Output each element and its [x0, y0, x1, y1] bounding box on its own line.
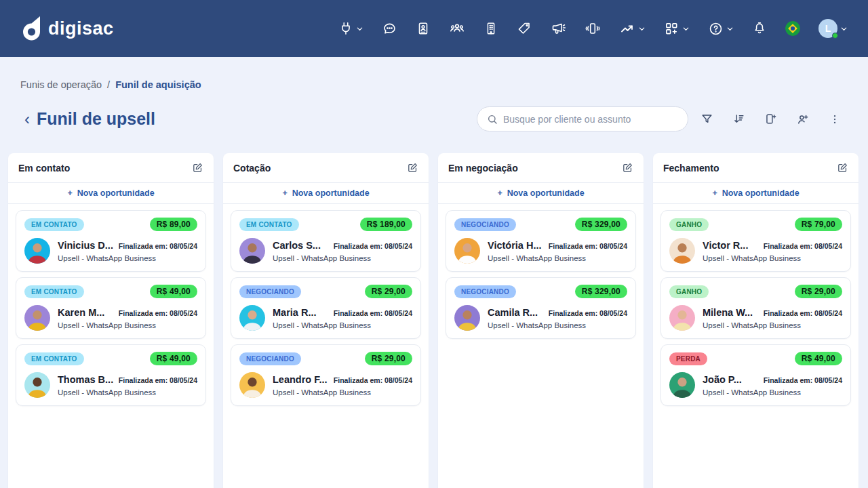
- breadcrumb-separator: /: [107, 79, 110, 90]
- opportunity-card[interactable]: EM CONTATO R$ 49,00 Karen M... Finalizad…: [16, 277, 206, 339]
- chevron-down-icon: [840, 25, 848, 33]
- breadcrumb: Funis de operação / Funil de aquisição: [0, 57, 868, 90]
- breadcrumb-current[interactable]: Funil de aquisição: [115, 79, 201, 90]
- column-header: Cotação: [223, 153, 429, 183]
- card-body: Camila R... Finalizada em: 08/05/24 Upse…: [454, 305, 627, 331]
- opportunity-card[interactable]: EM CONTATO R$ 49,00 Thomas B... Finaliza…: [16, 344, 206, 406]
- card-body: Carlos S... Finalizada em: 08/05/24 Upse…: [239, 238, 412, 264]
- new-opportunity-button[interactable]: + Nova oportunidade: [653, 183, 859, 204]
- avatar: [669, 372, 695, 398]
- avatar: [24, 372, 50, 398]
- opportunity-card[interactable]: NEGOCIANDO R$ 29,00 Maria R... Finalizad…: [231, 277, 421, 339]
- opportunity-card[interactable]: GANHO R$ 29,00 Milena W... Finalizada em…: [660, 277, 851, 339]
- avatar-illustration: [24, 372, 50, 398]
- card-subtitle: Upsell - WhatsApp Business: [58, 254, 197, 262]
- card-info: Leandro F... Finalizada em: 08/05/24 Ups…: [273, 374, 412, 396]
- card-subtitle: Upsell - WhatsApp Business: [703, 254, 842, 262]
- avatar: [454, 305, 480, 331]
- plug-icon[interactable]: [338, 21, 363, 36]
- back-button[interactable]: ‹: [20, 111, 37, 127]
- user-avatar[interactable]: L: [818, 19, 848, 38]
- card-info: Carlos S... Finalizada em: 08/05/24 Upse…: [273, 240, 412, 262]
- contact-card-icon[interactable]: [416, 21, 431, 36]
- card-badges: EM CONTATO R$ 89,00: [24, 218, 197, 231]
- add-column-icon[interactable]: [757, 108, 784, 130]
- column-title: Cotação: [233, 163, 271, 174]
- status-badge: EM CONTATO: [24, 352, 84, 365]
- search-icon: [487, 114, 498, 125]
- search-input[interactable]: [503, 114, 678, 125]
- avatar-illustration: [669, 305, 695, 331]
- breadcrumb-parent[interactable]: Funis de operação: [20, 79, 102, 90]
- price-badge: R$ 49,00: [150, 285, 197, 298]
- chat-icon[interactable]: [382, 21, 397, 37]
- apps-plus-icon[interactable]: [664, 21, 690, 37]
- avatar: [669, 305, 695, 331]
- more-options-icon[interactable]: [821, 108, 848, 130]
- column-title: Em contato: [18, 163, 70, 174]
- card-info: Thomas B... Finalizada em: 08/05/24 Upse…: [58, 374, 197, 396]
- building-icon[interactable]: [484, 21, 498, 36]
- client-name: João P...: [703, 374, 742, 385]
- opportunity-card[interactable]: NEGOCIANDO R$ 29,00 Leandro F... Finaliz…: [231, 344, 421, 406]
- new-opportunity-button[interactable]: + Nova oportunidade: [8, 183, 214, 204]
- card-info: João P... Finalizada em: 08/05/24 Upsell…: [703, 374, 842, 396]
- card-badges: EM CONTATO R$ 49,00: [24, 352, 197, 365]
- trending-up-icon[interactable]: [619, 20, 646, 37]
- finalized-date: Finalizada em: 08/05/24: [549, 309, 627, 317]
- card-info: Victória H... Finalizada em: 08/05/24 Up…: [488, 240, 627, 262]
- opportunity-card[interactable]: PERDA R$ 49,00 João P... Finalizada em: …: [660, 344, 851, 406]
- card-info: Camila R... Finalizada em: 08/05/24 Upse…: [488, 307, 627, 329]
- digisac-logo[interactable]: digisac: [20, 16, 114, 41]
- sort-icon[interactable]: [726, 108, 752, 130]
- filter-icon[interactable]: [694, 108, 720, 130]
- user-avatar-circle: L: [818, 19, 837, 38]
- new-opportunity-button[interactable]: + Nova oportunidade: [438, 183, 644, 204]
- card-body: Victória H... Finalizada em: 08/05/24 Up…: [454, 238, 627, 264]
- add-contact-icon[interactable]: [789, 108, 816, 130]
- opportunity-card[interactable]: NEGOCIANDO R$ 329,00 Camila R... Finaliz…: [446, 277, 636, 339]
- finalized-date: Finalizada em: 08/05/24: [119, 376, 197, 384]
- card-body: Milena W... Finalizada em: 08/05/24 Upse…: [669, 305, 842, 331]
- edit-column-icon[interactable]: [192, 162, 203, 174]
- opportunity-card[interactable]: GANHO R$ 79,00 Victor R... Finalizada em…: [660, 210, 851, 272]
- page-title: Funil de upsell: [37, 109, 155, 129]
- opportunity-card[interactable]: EM CONTATO R$ 189,00 Carlos S... Finaliz…: [231, 210, 421, 272]
- card-badges: NEGOCIANDO R$ 329,00: [454, 285, 627, 298]
- tag-icon[interactable]: [517, 21, 532, 36]
- top-navbar: digisac: [0, 0, 868, 57]
- bell-icon[interactable]: [752, 21, 767, 36]
- card-body: Leandro F... Finalizada em: 08/05/24 Ups…: [239, 372, 412, 398]
- price-badge: R$ 89,00: [150, 218, 197, 231]
- phone-vibrate-icon[interactable]: [585, 20, 601, 37]
- price-badge: R$ 189,00: [360, 218, 412, 231]
- client-name: Camila R...: [488, 307, 538, 318]
- price-badge: R$ 29,00: [365, 285, 412, 298]
- client-name: Thomas B...: [58, 374, 113, 385]
- edit-column-icon[interactable]: [622, 162, 633, 174]
- card-info: Victor R... Finalizada em: 08/05/24 Upse…: [703, 240, 842, 262]
- edit-column-icon[interactable]: [837, 162, 848, 174]
- card-badges: NEGOCIANDO R$ 29,00: [239, 285, 412, 298]
- avatar-illustration: [669, 238, 695, 264]
- help-icon[interactable]: [708, 21, 734, 37]
- finalized-date: Finalizada em: 08/05/24: [334, 309, 412, 317]
- finalized-date: Finalizada em: 08/05/24: [764, 376, 842, 384]
- edit-column-icon[interactable]: [407, 162, 418, 174]
- opportunity-card[interactable]: NEGOCIANDO R$ 329,00 Victória H... Final…: [446, 210, 636, 272]
- card-badges: NEGOCIANDO R$ 329,00: [454, 218, 627, 231]
- avatar-illustration: [454, 305, 480, 331]
- kanban-column: Fechamento + Nova oportunidade GANHO R$ …: [653, 153, 859, 488]
- online-status-dot: [832, 33, 838, 39]
- opportunity-card[interactable]: EM CONTATO R$ 89,00 Vinicius D... Finali…: [16, 210, 206, 272]
- card-body: Victor R... Finalizada em: 08/05/24 Upse…: [669, 238, 842, 264]
- brazil-flag-icon[interactable]: [785, 21, 800, 36]
- card-body: Karen M... Finalizada em: 08/05/24 Upsel…: [24, 305, 197, 331]
- card-subtitle: Upsell - WhatsApp Business: [488, 254, 627, 262]
- people-icon[interactable]: [449, 20, 465, 37]
- avatar: [239, 305, 265, 331]
- megaphone-icon[interactable]: [550, 20, 566, 37]
- new-opportunity-button[interactable]: + Nova oportunidade: [223, 183, 429, 204]
- navbar-icons: L: [338, 19, 848, 38]
- card-badges: EM CONTATO R$ 49,00: [24, 285, 197, 298]
